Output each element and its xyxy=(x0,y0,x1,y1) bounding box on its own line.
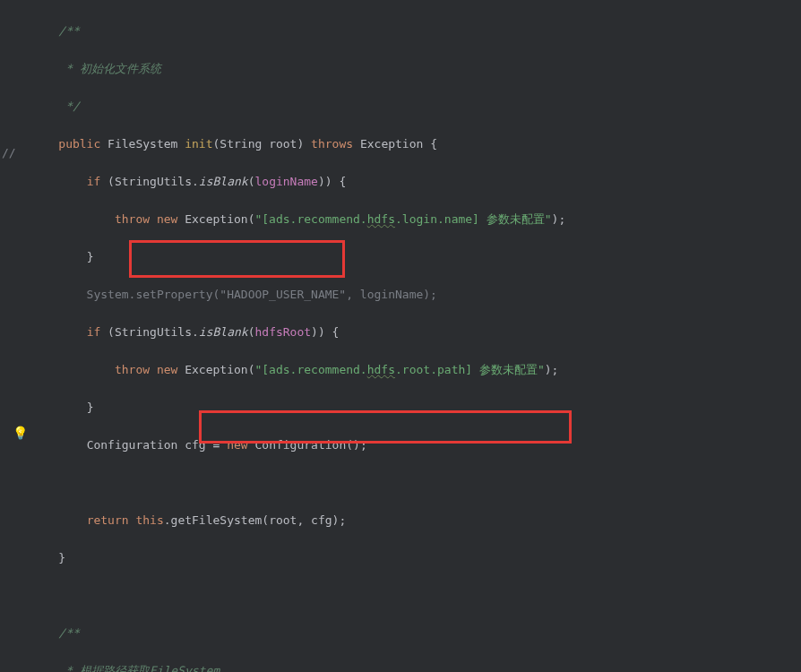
code-text: )) { xyxy=(318,175,346,188)
javadoc-start: /** xyxy=(58,24,79,38)
kw-if: if xyxy=(87,325,101,339)
brace: } xyxy=(58,551,65,564)
line-comment-marker: // xyxy=(2,143,16,162)
kw-throw: throw xyxy=(115,363,150,376)
code-text: Exception( xyxy=(177,212,254,226)
editor-gutter: // 💡 xyxy=(0,0,27,672)
kw-this: this xyxy=(135,513,163,527)
string: " xyxy=(538,363,545,376)
string-cn: 参数未配置 xyxy=(479,363,538,376)
string: .login.name] xyxy=(395,212,487,226)
type-configuration: Configuration xyxy=(87,438,178,452)
code-text: .getFileSystem(root xyxy=(164,513,297,527)
field-hdfsroot: hdfsRoot xyxy=(254,325,311,339)
code-text: cfg = xyxy=(177,438,227,452)
code-text: )) { xyxy=(311,325,339,339)
javadoc-text: * 初始化文件系统 xyxy=(58,62,160,75)
kw-throw: throw xyxy=(115,212,150,226)
kw-new: new xyxy=(157,212,177,226)
javadoc-end: */ xyxy=(58,99,79,113)
javadoc-text: * 根据路径获取FileSystem xyxy=(58,664,220,672)
kw-return: return xyxy=(87,513,129,527)
method-isblank: isBlank xyxy=(199,175,248,188)
string: "[ads.recommend. xyxy=(254,363,366,376)
method-init: init xyxy=(185,137,212,151)
kw-if: if xyxy=(87,175,101,188)
code-text: ); xyxy=(552,212,566,226)
code-text: (StringUtils. xyxy=(100,325,199,339)
code-text: (); xyxy=(346,438,366,452)
string-typo: hdfs xyxy=(367,212,395,226)
code-text: ); xyxy=(545,363,559,376)
commented-code: System.setProperty("HADOOP_USER_NAME", l… xyxy=(30,288,437,301)
code-text: Exception( xyxy=(177,363,254,376)
string: "[ads.recommend. xyxy=(254,212,366,226)
code-editor[interactable]: /** * 初始化文件系统 */ public FileSystem init(… xyxy=(27,0,801,672)
sig-params: (String root) xyxy=(213,137,312,151)
brace: } xyxy=(87,401,94,414)
method-isblank: isBlank xyxy=(199,325,248,339)
kw-throws: throws xyxy=(311,137,353,151)
brace: } xyxy=(87,250,94,263)
throws-exc: Exception { xyxy=(353,137,437,151)
kw-new: new xyxy=(157,363,177,376)
intention-bulb-icon[interactable]: 💡 xyxy=(13,424,28,443)
string: " xyxy=(545,212,552,226)
javadoc-start: /** xyxy=(58,626,79,640)
code-text: (StringUtils. xyxy=(100,175,199,188)
string-typo: hdfs xyxy=(367,363,395,376)
field-loginname: loginName xyxy=(254,175,317,188)
type-filesystem: FileSystem xyxy=(108,137,177,151)
kw-public: public xyxy=(58,137,100,151)
type-configuration: Configuration xyxy=(254,438,346,452)
string: .root.path] xyxy=(395,363,479,376)
string-cn: 参数未配置 xyxy=(487,212,545,226)
code-text: cfg); xyxy=(304,513,346,527)
kw-new: new xyxy=(227,438,247,452)
